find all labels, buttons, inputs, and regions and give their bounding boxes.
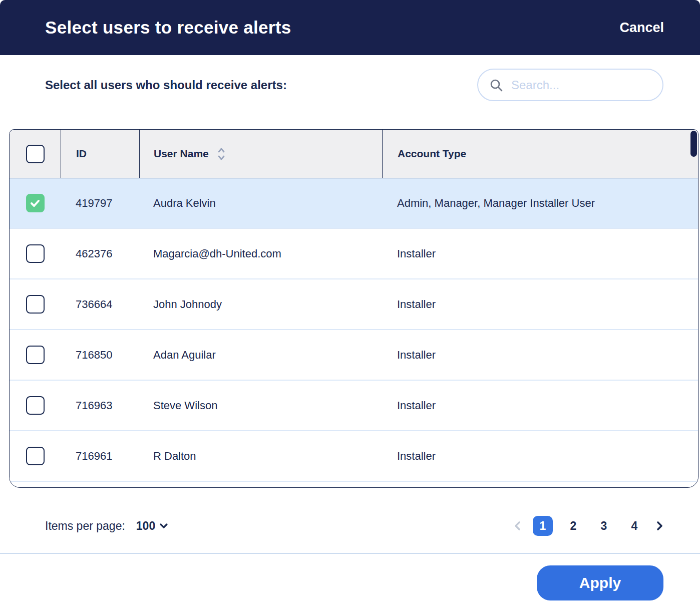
- cell-user-name: Steve Wilson: [139, 381, 382, 430]
- row-checkbox-cell: [10, 178, 61, 228]
- chevron-down-icon: [159, 523, 168, 529]
- cell-account-type: Installer: [382, 431, 698, 481]
- cell-account-type: Installer: [382, 330, 698, 380]
- cancel-button[interactable]: Cancel: [619, 20, 664, 36]
- cell-account-type: Admin, Manager, Manager Installer User: [382, 178, 698, 228]
- cell-id: 419797: [61, 178, 139, 228]
- cell-id: 736664: [61, 279, 139, 329]
- chevron-right-icon[interactable]: [655, 520, 664, 531]
- page-list: 1234: [533, 516, 644, 536]
- cell-id: 716961: [61, 431, 139, 481]
- modal-header: Select users to receive alerts Cancel: [0, 0, 700, 55]
- sort-chevrons-icon[interactable]: [217, 147, 226, 161]
- vertical-scrollbar-thumb[interactable]: [690, 131, 697, 157]
- page-button-2[interactable]: 2: [563, 516, 583, 536]
- instruction-label: Select all users who should receive aler…: [45, 78, 287, 92]
- cell-id: 716850: [61, 330, 139, 380]
- table-row[interactable]: 419797 Audra Kelvin Admin, Manager, Mana…: [10, 178, 698, 229]
- row-checkbox[interactable]: [26, 194, 45, 212]
- cell-user-name: John Johnody: [139, 279, 382, 329]
- row-checkbox-cell: [10, 381, 61, 430]
- items-per-page: Items per page: 100: [45, 519, 168, 533]
- column-header-id-label: ID: [76, 148, 87, 160]
- row-checkbox[interactable]: [26, 447, 45, 465]
- page-button-4[interactable]: 4: [624, 516, 644, 536]
- cell-id: 462376: [61, 229, 139, 278]
- row-checkbox[interactable]: [26, 396, 45, 415]
- table-body: 419797 Audra Kelvin Admin, Manager, Mana…: [10, 178, 698, 482]
- table-row[interactable]: 462376 Magarcia@dh-United.com Installer: [10, 229, 698, 279]
- table-row[interactable]: 716963 Steve Wilson Installer: [10, 381, 698, 431]
- page-button-1[interactable]: 1: [533, 516, 553, 536]
- cell-user-name: R Dalton: [139, 431, 382, 481]
- toolbar: Select all users who should receive aler…: [0, 55, 700, 129]
- page-title: Select users to receive alerts: [45, 18, 291, 38]
- column-header-user-name[interactable]: User Name: [139, 130, 382, 178]
- users-table: ID User Name Account Type 419797 Audra K…: [9, 129, 698, 488]
- row-checkbox-cell: [10, 431, 61, 481]
- cell-user-name: Audra Kelvin: [139, 178, 382, 228]
- column-header-account-type[interactable]: Account Type: [382, 130, 698, 178]
- row-checkbox[interactable]: [26, 346, 45, 364]
- column-header-user-name-label: User Name: [154, 148, 209, 160]
- header-checkbox-cell: [10, 130, 61, 178]
- cell-account-type: Installer: [382, 381, 698, 430]
- apply-button[interactable]: Apply: [537, 565, 663, 600]
- search-input[interactable]: [511, 78, 666, 92]
- column-header-account-type-label: Account Type: [398, 148, 466, 160]
- select-all-checkbox[interactable]: [26, 145, 45, 163]
- cell-account-type: Installer: [382, 279, 698, 329]
- modal-footer: Apply: [0, 554, 700, 600]
- row-checkbox[interactable]: [26, 295, 45, 314]
- column-header-id[interactable]: ID: [61, 130, 139, 178]
- checkmark-icon: [30, 198, 41, 209]
- cell-id: 716963: [61, 381, 139, 430]
- cell-account-type: Installer: [382, 229, 698, 278]
- items-per-page-select[interactable]: 100: [136, 519, 168, 533]
- page-button-3[interactable]: 3: [594, 516, 614, 536]
- row-checkbox[interactable]: [26, 244, 45, 263]
- table-row[interactable]: 736664 John Johnody Installer: [10, 279, 698, 330]
- table-row[interactable]: 716850 Adan Aguilar Installer: [10, 330, 698, 381]
- items-per-page-value: 100: [136, 519, 155, 533]
- row-checkbox-cell: [10, 330, 61, 380]
- row-checkbox-cell: [10, 279, 61, 329]
- search-box[interactable]: [477, 69, 663, 101]
- search-icon: [489, 78, 503, 92]
- table-header-row: ID User Name Account Type: [10, 130, 698, 178]
- cell-user-name: Magarcia@dh-United.com: [139, 229, 382, 278]
- cell-user-name: Adan Aguilar: [139, 330, 382, 380]
- table-row[interactable]: 716961 R Dalton Installer: [10, 431, 698, 482]
- pager: 1234: [513, 516, 664, 536]
- row-checkbox-cell: [10, 229, 61, 278]
- items-per-page-label: Items per page:: [45, 519, 125, 533]
- pagination-bar: Items per page: 100 1234: [0, 488, 700, 536]
- chevron-left-icon[interactable]: [513, 520, 522, 531]
